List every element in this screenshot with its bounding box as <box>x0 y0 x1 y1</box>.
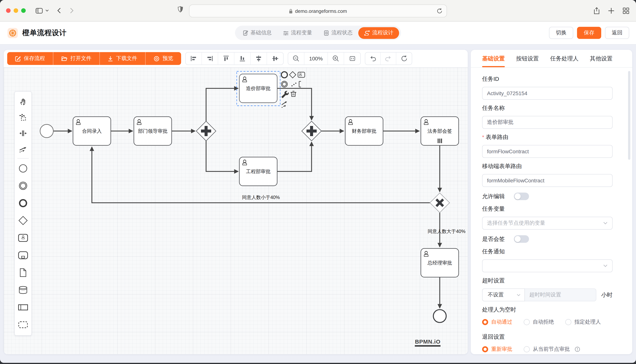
task-name-input[interactable]: 造价部审批 <box>482 116 612 129</box>
required-asterisk: * <box>482 134 484 140</box>
align-top-button[interactable] <box>218 52 235 64</box>
palette-divider <box>17 158 29 158</box>
task-notify-select[interactable] <box>482 260 612 272</box>
chevron-down-icon <box>603 222 608 225</box>
sidebar-chevron-icon[interactable] <box>45 10 49 12</box>
space-tool[interactable] <box>15 125 31 141</box>
create-start-event[interactable] <box>15 160 31 177</box>
append-gateway-icon <box>289 72 296 78</box>
task-variable-select[interactable]: 选择任务节点使用的变量 <box>482 217 612 230</box>
parallel-gateway-split[interactable] <box>196 121 216 141</box>
zoom-window-button[interactable] <box>21 8 26 13</box>
create-end-event[interactable] <box>15 194 31 212</box>
create-gateway[interactable] <box>15 212 31 229</box>
bpmn-io-watermark[interactable]: BPMN.iO <box>415 338 441 347</box>
create-user-task[interactable] <box>15 229 31 246</box>
task-cost-dept[interactable]: 造价部审批 <box>239 74 277 103</box>
switch-button[interactable]: 切换 <box>549 27 573 39</box>
tab-flow-design[interactable]: 流程设计 <box>358 27 399 39</box>
end-event[interactable] <box>433 310 446 322</box>
exclusive-gateway[interactable] <box>430 193 450 212</box>
radio-auto-approve[interactable]: 自动通过 <box>482 319 512 326</box>
timeout-value-input[interactable]: 超时时间设置 <box>525 288 596 301</box>
mobile-form-route-input[interactable]: formMobileFlowContract <box>482 174 612 187</box>
edge-label-gt40[interactable]: 同意人数大于40% <box>428 229 466 234</box>
back-button[interactable] <box>57 8 61 14</box>
back-to-list-button[interactable]: 返回 <box>605 27 629 39</box>
align-left-button[interactable] <box>186 52 202 64</box>
fit-viewport-button[interactable] <box>344 52 360 64</box>
align-center-horizontal-button[interactable] <box>251 52 267 64</box>
preview-button[interactable]: 预览 <box>146 52 181 65</box>
tab-flow-status[interactable]: 流程状态 <box>318 26 358 40</box>
append-intermediate-event-inner <box>282 82 286 86</box>
reset-button[interactable] <box>396 52 412 64</box>
tab-overview-icon[interactable] <box>623 8 629 14</box>
save-flow-button[interactable]: 保存流程 <box>7 52 53 65</box>
edge-label-lt40[interactable]: 同意人数小于40% <box>242 195 280 200</box>
lasso-tool[interactable] <box>15 110 31 125</box>
timeout-mode-select[interactable]: 不设置 <box>482 288 525 301</box>
create-subprocess[interactable] <box>15 246 31 264</box>
share-icon[interactable] <box>594 7 600 14</box>
parallel-gateway-join[interactable] <box>302 121 321 141</box>
task-finance[interactable]: 财务部审批 <box>345 117 383 145</box>
panel-tab-buttons[interactable]: 按钮设置 <box>516 50 539 67</box>
undo-button[interactable] <box>365 52 381 64</box>
zoom-out-button[interactable] <box>288 52 304 64</box>
reload-icon[interactable] <box>437 8 443 14</box>
task-dept-leader[interactable]: 部门领导审批 <box>134 117 172 145</box>
align-right-button[interactable] <box>202 52 218 64</box>
create-data-store[interactable] <box>15 281 31 299</box>
new-tab-icon[interactable] <box>608 8 614 14</box>
form-route-input[interactable]: formFlowContract <box>482 145 612 158</box>
fit-viewport-icon <box>348 55 356 62</box>
hand-tool[interactable] <box>15 94 31 110</box>
radio-auto-reject[interactable]: 自动拒绝 <box>524 319 554 326</box>
panel-scrollbar[interactable] <box>628 71 630 160</box>
panel-tab-other[interactable]: 其他设置 <box>590 50 612 67</box>
forward-button[interactable] <box>70 8 74 14</box>
start-event[interactable] <box>40 124 53 138</box>
create-participant[interactable] <box>15 299 31 316</box>
context-pad[interactable] <box>281 72 305 108</box>
global-connect-tool[interactable] <box>15 141 31 157</box>
task-legal-countersign[interactable]: 法务部会签 <box>421 117 459 145</box>
create-group[interactable] <box>15 316 31 334</box>
task-id-input[interactable]: Activity_0725154 <box>482 87 612 100</box>
task-engineering[interactable]: 工程部审批 <box>239 157 277 186</box>
panel-tab-assignee[interactable]: 任务处理人 <box>550 50 578 67</box>
create-intermediate-event[interactable] <box>15 177 31 194</box>
end-event-icon <box>18 198 28 208</box>
align-bottom-button[interactable] <box>235 52 251 64</box>
close-window-button[interactable] <box>6 8 11 13</box>
align-center-vertical-button[interactable] <box>267 52 283 64</box>
task-general-manager[interactable]: 总经理审批 <box>421 248 459 277</box>
chevron-down-icon <box>517 294 521 296</box>
sidebar-toggle-icon[interactable] <box>36 8 43 14</box>
align-center-vertical-icon <box>271 54 279 63</box>
save-button[interactable]: 保存 <box>577 27 601 39</box>
minimize-window-button[interactable] <box>14 8 18 13</box>
create-data-object[interactable] <box>15 264 31 281</box>
address-bar[interactable]: demo.orangeforms.com <box>189 4 447 17</box>
open-file-button[interactable]: 打开文件 <box>53 52 100 65</box>
bpmn-canvas[interactable]: 同意人数小于40% 同意人数大于40% 合同录入 部门领导审批 <box>4 68 468 354</box>
task-contract-entry[interactable]: 合同录入 <box>73 117 111 145</box>
redo-button[interactable] <box>381 52 396 64</box>
countersign-toggle[interactable] <box>514 235 529 243</box>
radio-from-current-node[interactable]: 从当前节点审批 <box>524 346 580 353</box>
radio-re-approve[interactable]: 重新审批 <box>482 346 512 353</box>
tab-basic-info[interactable]: 基础信息 <box>237 26 277 40</box>
tab-flow-variables[interactable]: 流程变量 <box>277 26 318 40</box>
undo-icon <box>369 55 377 62</box>
properties-panel: 基础设置 按钮设置 任务处理人 其他设置 任务ID Activity_07251… <box>471 50 632 354</box>
allow-edit-toggle[interactable] <box>514 192 529 200</box>
zoom-in-button[interactable] <box>328 52 344 64</box>
url-text: demo.orangeforms.com <box>295 8 347 14</box>
radio-assign-handler[interactable]: 指定处理人 <box>565 319 601 326</box>
info-icon[interactable] <box>575 347 580 352</box>
panel-tab-basic[interactable]: 基础设置 <box>482 50 505 67</box>
privacy-shield-icon[interactable] <box>178 6 183 12</box>
download-file-button[interactable]: 下载文件 <box>100 52 146 65</box>
